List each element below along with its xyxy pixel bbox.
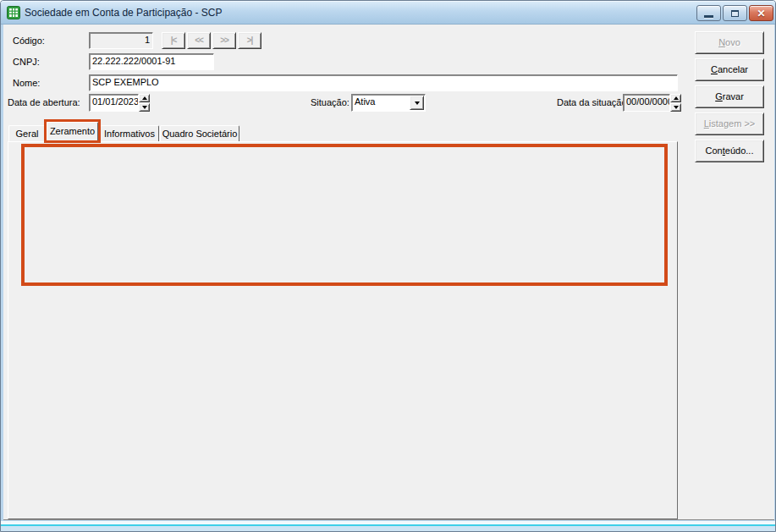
window-title: Sociedade em Conta de Participação - SCP bbox=[25, 7, 222, 19]
cnpj-field[interactable]: 22.222.222/0001-91 bbox=[89, 53, 214, 70]
tab-content-panel bbox=[8, 141, 678, 519]
nav-last-button[interactable]: >| bbox=[238, 32, 261, 49]
situacao-dropdown-button[interactable] bbox=[410, 96, 424, 110]
app-grid-icon bbox=[7, 6, 20, 19]
tab-quadro-societario[interactable]: Quadro Societário bbox=[160, 125, 239, 141]
spin-up-icon[interactable] bbox=[139, 94, 150, 102]
nome-field[interactable]: SCP EXEMPLO bbox=[89, 74, 678, 91]
tab-informativos[interactable]: Informativos bbox=[100, 125, 159, 141]
data-abertura-spinner[interactable] bbox=[139, 94, 150, 112]
codigo-field[interactable]: 1 bbox=[89, 32, 153, 49]
gravar-button[interactable]: Gravar bbox=[695, 85, 764, 108]
scp-window: Sociedade em Conta de Participação - SCP… bbox=[0, 0, 776, 532]
data-situacao-spinner[interactable] bbox=[670, 94, 681, 112]
novo-button[interactable]: Novo bbox=[695, 31, 764, 54]
data-abertura-field[interactable]: 01/01/2023 bbox=[89, 94, 139, 112]
close-icon: ✕ bbox=[757, 8, 765, 19]
minimize-icon bbox=[704, 15, 713, 18]
data-situacao-label: Data da situação: bbox=[557, 94, 630, 111]
window-bottom-border bbox=[1, 521, 776, 532]
data-abertura-label: Data de abertura: bbox=[8, 94, 80, 111]
codigo-label: Código: bbox=[13, 32, 45, 49]
cnpj-label: CNPJ: bbox=[13, 53, 40, 70]
minimize-button[interactable] bbox=[696, 5, 721, 21]
tab-geral[interactable]: Geral bbox=[8, 125, 46, 141]
conteudo-button[interactable]: Conteúdo... bbox=[695, 140, 764, 162]
tab-zeramento[interactable]: Zeramento bbox=[47, 122, 98, 142]
restore-icon bbox=[731, 10, 739, 17]
titlebar[interactable]: Sociedade em Conta de Participação - SCP… bbox=[1, 1, 775, 25]
cancelar-button[interactable]: Cancelar bbox=[695, 58, 764, 81]
data-situacao-field[interactable]: 00/00/0000 bbox=[623, 94, 670, 112]
nome-label: Nome: bbox=[13, 74, 40, 91]
nav-prev-button[interactable]: << bbox=[187, 32, 211, 49]
spin-down-icon[interactable] bbox=[670, 103, 681, 112]
nav-next-button[interactable]: >> bbox=[212, 32, 236, 49]
spin-up-icon[interactable] bbox=[670, 94, 681, 102]
spin-down-icon[interactable] bbox=[139, 103, 150, 112]
chevron-down-icon bbox=[415, 101, 420, 105]
restore-button[interactable] bbox=[723, 5, 747, 21]
nav-first-button[interactable]: |< bbox=[162, 32, 185, 49]
listagem-button[interactable]: Listagem >> bbox=[695, 112, 764, 135]
close-button[interactable]: ✕ bbox=[749, 5, 773, 21]
situacao-label: Situação: bbox=[311, 94, 349, 111]
